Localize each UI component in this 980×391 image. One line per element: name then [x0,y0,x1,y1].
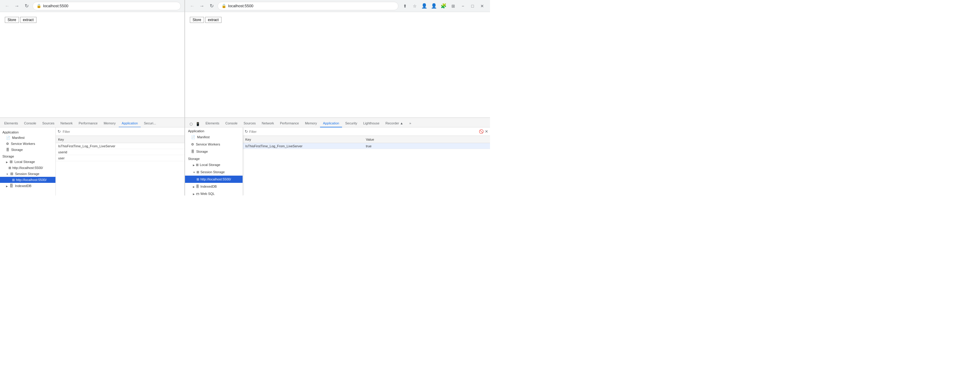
dropdown-session-localhost-right[interactable]: ⊞ http://localhost:5500/ [185,176,243,183]
devtools-main-right: ↻ 🚫 ✕ Key Value IsThisFirstTime_Log_From… [243,127,490,196]
table-row[interactable]: user [56,155,185,161]
storage-icon-left [6,148,10,152]
dropdown-web-sql-label-right: Web SQL [200,192,215,196]
apps-button[interactable]: ⊞ [449,2,457,10]
close-button-browser[interactable]: ✕ [478,2,486,10]
store-button-right[interactable]: Store [190,17,204,23]
dropdown-web-sql-icon-right: 🗃 [196,192,199,196]
sidebar-item-service-workers-left[interactable]: Service Workers [0,141,56,147]
tab-lighthouse-right[interactable]: Lighthouse [360,119,382,127]
key-col-header-left: Key [56,138,122,141]
tab-sources-left[interactable]: Sources [39,119,57,127]
tab-application-right[interactable]: Application [320,119,342,127]
dropdown-local-storage-right[interactable]: ⊞ Local Storage [185,161,243,168]
local-storage-chevron-left [6,160,8,164]
dropdown-indexed-db-right[interactable]: 🗄 IndexedDB [185,183,243,190]
table-cell-key-2-left: user [56,156,122,160]
service-workers-label-left: Service Workers [11,142,35,146]
profile2-button[interactable]: 👤 [430,2,438,10]
tab-memory-right[interactable]: Memory [302,119,320,127]
tab-security-left[interactable]: Securi... [141,119,159,127]
filter-refresh-icon-right[interactable]: ↻ [245,129,248,134]
dropdown-indexed-db-label-right: IndexedDB [200,184,217,188]
dropdown-manifest-icon-right [191,135,195,139]
table-row[interactable]: IsThisFirstTime_Log_From_LiveServer [56,143,185,149]
session-storage-sub-icon-left: ⊞ [12,178,15,182]
tab-application-left[interactable]: Application [119,119,141,127]
sidebar-panel-left: Application Manifest Service Workers Sto… [0,127,56,196]
dropdown-session-storage-label-right: Session Storage [200,170,225,174]
table-body-left: IsThisFirstTime_Log_From_LiveServer user… [56,143,185,161]
dropdown-manifest-right[interactable]: Manifest [185,134,243,141]
table-row[interactable]: IsThisFirstTime_Log_From_LiveServer true [243,143,490,149]
dropdown-storage-right[interactable]: Storage [185,148,243,155]
browser-right: ← → ↻ 🔒 localhost:5500 ⬆ ☆ 👤 👤 🧩 ⊞ − □ ✕… [185,0,490,196]
tab-performance-left[interactable]: Performance [76,119,101,127]
devtools-responsive-btn[interactable]: 📱 [195,121,201,127]
forward-button-right[interactable]: → [198,2,205,10]
table-cell-value-0-right: true [363,144,490,148]
forward-button-left[interactable]: → [13,2,21,10]
filter-refresh-icon-left[interactable]: ↻ [57,129,61,134]
tab-more-right[interactable]: » [406,119,414,127]
local-storage-localhost-left[interactable]: ⊞ http://localhost:5500/ [0,165,56,171]
url-right: localhost:5500 [228,4,253,8]
dropdown-storage-icon-right [191,150,194,153]
dropdown-session-storage-right[interactable]: ⊞ Session Storage [185,168,243,176]
filter-input-left[interactable] [63,130,183,134]
tab-performance-right[interactable]: Performance [277,119,302,127]
filter-close-icon-right[interactable]: ✕ [485,129,488,134]
refresh-button-left[interactable]: ↻ [23,2,30,10]
back-button-right[interactable]: ← [189,2,196,10]
browser-left: ← → ↻ 🔒 localhost:5500 Store extract Ele… [0,0,185,196]
tab-memory-left[interactable]: Memory [101,119,119,127]
filter-input-right[interactable] [249,130,478,134]
tab-network-left[interactable]: Network [57,119,76,127]
tab-console-left[interactable]: Console [21,119,39,127]
share-button[interactable]: ⬆ [401,2,409,10]
dropdown-service-workers-right[interactable]: Service Workers [185,141,243,148]
dropdown-session-storage-chevron-right [193,170,195,174]
devtools-cursor-btn[interactable]: ⬡ [188,121,194,127]
storage-label-left: Storage [11,148,23,151]
tab-network-right[interactable]: Network [259,119,277,127]
local-storage-sub-icon-left: ⊞ [8,166,11,170]
profile1-button[interactable]: 👤 [420,2,428,10]
filter-bar-left: ↻ [56,127,185,136]
tab-sources-right[interactable]: Sources [240,119,259,127]
sidebar-item-manifest-left[interactable]: Manifest [0,135,56,141]
tab-console-right[interactable]: Console [223,119,240,127]
url-left: localhost:5500 [43,4,68,8]
minimize-button[interactable]: − [459,2,467,10]
address-bar-left[interactable]: 🔒 localhost:5500 [33,2,181,10]
dropdown-web-sql-chevron-right [193,192,195,196]
address-bar-right[interactable]: 🔒 localhost:5500 [218,2,398,10]
bookmark-button[interactable]: ☆ [410,2,419,10]
dropdown-web-sql-right[interactable]: 🗃 Web SQL [185,190,243,196]
extract-button-right[interactable]: extract [205,17,221,23]
back-button-left[interactable]: ← [4,2,11,10]
store-button-left[interactable]: Store [5,17,19,23]
maximize-button[interactable]: □ [468,2,477,10]
filter-bar-right: ↻ 🚫 ✕ [243,127,490,136]
sidebar-item-storage-left[interactable]: Storage [0,147,56,153]
table-body-right: IsThisFirstTime_Log_From_LiveServer true [243,143,490,149]
extensions-button[interactable]: 🧩 [439,2,448,10]
local-storage-item-left[interactable]: ⊞ Local Storage [0,159,56,165]
local-storage-url-left: http://localhost:5500/ [12,166,43,170]
storage-section-title-left: Storage [0,154,56,159]
tab-elements-right[interactable]: Elements [202,119,223,127]
refresh-button-right[interactable]: ↻ [208,2,215,10]
tab-recorder-right[interactable]: Recorder ▲ [382,119,406,127]
tab-elements-left[interactable]: Elements [1,119,21,127]
filter-block-icon-right[interactable]: 🚫 [479,129,484,134]
dropdown-indexed-db-chevron-right [193,184,195,188]
extract-button-left[interactable]: extract [20,17,37,23]
session-storage-item-left[interactable]: ⊞ Session Storage [0,171,56,177]
application-section-title-left: Application [0,130,56,135]
indexed-db-item-left[interactable]: 🗄 IndexedDB [0,183,56,189]
manifest-icon-left [6,135,10,140]
session-storage-localhost-left[interactable]: ⊞ http://localhost:5500/ [0,177,56,183]
table-row[interactable]: userid [56,149,185,155]
tab-security-right[interactable]: Security [342,119,360,127]
